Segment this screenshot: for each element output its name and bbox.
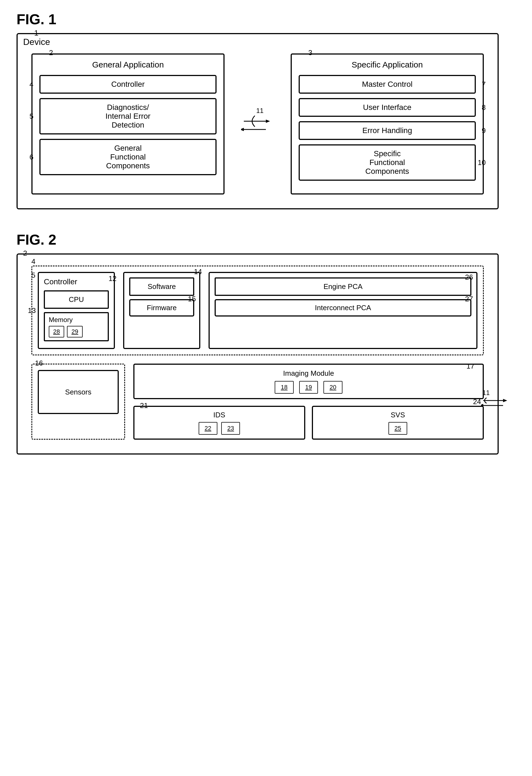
ref-3: 3 [308,48,312,57]
fig1-arrow-area: 11 [241,53,274,194]
specific-application-box: 3 Specific Application Master Control 7 … [291,53,484,194]
fig2-ref-16: 16 [35,359,43,368]
fig2-arrow-11-area: 11 [481,390,509,413]
fig1-ref-1: 1 [34,29,38,37]
fig2-sensors-section: 16 Sensors [31,364,125,440]
fig2-chip-28: 28 [49,326,64,338]
svg-marker-6 [503,399,507,402]
fig2-arrow-svg: 11 [481,390,509,412]
fig2-ids-chip-22: 22 [199,422,217,435]
fig2-sensors-label: Sensors [65,388,91,396]
ref-7: 7 [482,80,486,89]
fig2-ids-title: IDS [140,411,299,419]
fig2-memory-chips: 28 29 [49,326,104,338]
fig2-imaging-box: 17 Imaging Module 18 19 20 [133,364,484,399]
fig2-ref-27: 27 [465,295,473,303]
fig2-chip-29: 29 [67,326,82,338]
fig2-memory-label: Memory [49,316,104,324]
fig2-imaging-chip-18: 18 [275,381,294,394]
fig2-firmware-label: Firmware [147,304,177,312]
user-interface-label: User Interface [363,103,411,112]
fig1-inner-layout: 2 General Application 4 Controller 5 Dia… [31,53,484,194]
specific-functional-box: SpecificFunctionalComponents 10 [299,144,476,181]
fig2-software-label: Software [148,282,176,290]
fig2-software-box: Software [129,277,194,296]
general-application-box: 2 General Application 4 Controller 5 Dia… [31,53,224,194]
fig1-outer-box: 1 Device 2 General Application 4 Control… [16,33,499,209]
general-controller-box: 4 Controller [39,75,216,93]
fig2-ref-4: 4 [31,257,35,266]
diagnostics-label: Diagnostics/Internal ErrorDetection [106,103,150,129]
fig2-ref-14: 14 [194,267,202,276]
error-handling-label: Error Handling [362,126,412,135]
fig2-ids-svs-row: 24 21 IDS 22 23 SVS 25 [133,406,484,440]
fig2-imaging-title: Imaging Module [140,369,477,378]
fig2-imaging-chips: 18 19 20 [140,381,477,394]
fig1-arrows-svg: 11 [241,96,274,152]
ref-4: 4 [29,80,33,89]
general-controller-label: Controller [111,80,145,88]
fig2-engine-box: 26 Engine PCA [215,277,472,296]
fig2-controller-inner: Controller 12 13 CPU Memory 28 29 [38,272,478,349]
svg-marker-4 [241,128,244,131]
fig2-ref-26: 26 [465,273,473,281]
fig2-bottom-section: 11 16 Sensors [31,364,484,440]
ref-2: 2 [49,48,53,57]
fig2-cpu-label: CPU [69,295,84,304]
svg-marker-2 [266,120,270,123]
specific-functional-label: SpecificFunctionalComponents [365,149,409,176]
fig2-ref-17: 17 [467,362,475,371]
master-control-box: Master Control 7 [299,75,476,93]
fig2-right-section: 17 Imaging Module 18 19 20 24 21 IDS [133,364,484,440]
fig2-memory-box: Memory 28 29 [44,312,109,341]
fig1-device-label: Device [23,37,50,47]
general-functional-label: GeneralFunctionalComponents [106,144,150,170]
fig2-ids-chips: 22 23 [140,422,299,435]
fig2-imaging-chip-20: 20 [324,381,342,394]
fig2-ref-12: 12 [109,274,117,283]
fig2-ref-2: 2 [23,249,27,257]
general-functional-box: 6 GeneralFunctionalComponents [39,139,216,175]
fig2-ref-24: 24 [473,397,481,406]
fig2-svs-chips: 25 [319,422,477,435]
user-interface-box: User Interface 8 [299,98,476,117]
fig2-label: FIG. 2 [16,231,516,248]
fig2-svs-title: SVS [319,411,477,419]
diagnostics-box: 5 Diagnostics/Internal ErrorDetection [39,98,216,135]
general-app-title: General Application [39,60,216,69]
fig2-cpu-box: CPU [44,290,109,309]
fig2-interconnect-label: Interconnect PCA [315,304,371,312]
svg-text:11: 11 [256,107,263,114]
fig2-sensors-box: Sensors [38,370,119,414]
fig2-imaging-chip-19: 19 [299,381,318,394]
fig2-engine-label: Engine PCA [324,282,363,290]
fig2-ref-13: 13 [28,306,36,315]
ref-8: 8 [482,103,486,112]
fig2-ids-chip-23: 23 [221,422,240,435]
fig1-label: FIG. 1 [16,11,516,27]
ref-10: 10 [478,158,486,167]
fig1-section: FIG. 1 1 Device 2 General Application 4 … [16,11,516,209]
fig2-controller-section: Controller 12 13 CPU Memory 28 29 [31,265,484,355]
fig2-svs-chip-25: 25 [388,422,407,435]
fig2-svs-box: SVS 25 [312,406,484,440]
fig2-ids-box: 21 IDS 22 23 [133,406,305,440]
fig2-cpu-memory-box: Controller 12 13 CPU Memory 28 29 [38,272,115,349]
specific-app-title: Specific Application [299,60,476,69]
fig2-pca-box: 26 Engine PCA 27 Interconnect PCA [208,272,478,349]
ref-6: 6 [29,153,33,161]
fig2-ref-21: 21 [140,401,148,410]
fig2-firmware-box: 15 Firmware [129,299,194,317]
fig2-ref-15: 15 [188,295,196,303]
fig2-interconnect-box: 27 Interconnect PCA [215,299,472,317]
fig2-controller-label: Controller [44,277,109,286]
fig2-section: FIG. 2 2 4 5 Controller 12 13 CPU M [16,231,516,454]
master-control-label: Master Control [362,80,413,88]
error-handling-box: Error Handling 9 [299,121,476,140]
ref-9: 9 [482,127,486,135]
fig2-software-firmware-box: 14 Software 15 Firmware [123,272,200,349]
fig2-outer-box: 2 4 5 Controller 12 13 CPU Memory [16,253,499,454]
ref-5: 5 [29,112,33,121]
